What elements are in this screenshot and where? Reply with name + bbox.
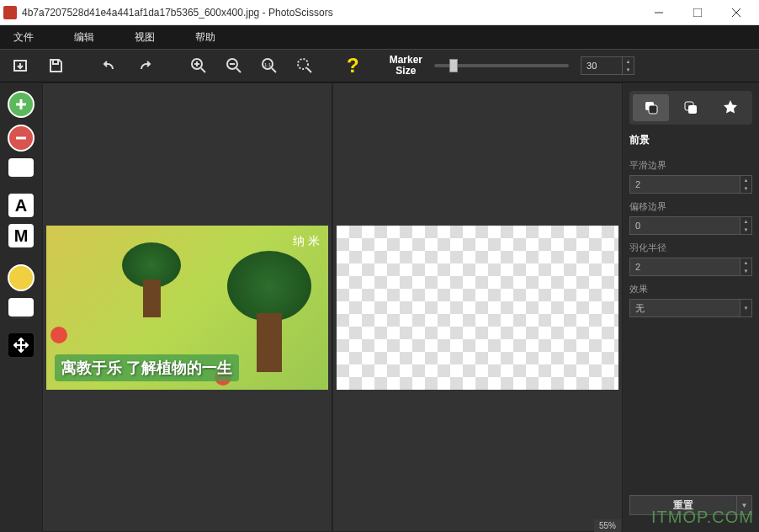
manual-tool[interactable]: M (8, 224, 34, 247)
menubar: 文件 编辑 视图 帮助 (0, 25, 759, 49)
zoom-in-button[interactable] (187, 54, 210, 77)
marker-color-tool[interactable] (8, 264, 34, 291)
eraser-tool-2[interactable] (8, 298, 34, 317)
zoom-fit-button[interactable] (293, 54, 316, 77)
smooth-input[interactable]: 2 (629, 175, 740, 194)
section-title: 前景 (629, 133, 752, 147)
image-brand: 纳 米 (293, 234, 320, 249)
redo-button[interactable] (133, 54, 157, 77)
background-marker-tool[interactable] (8, 125, 34, 152)
svg-rect-24 (688, 105, 697, 114)
svg-rect-22 (649, 105, 657, 114)
smooth-label: 平滑边界 (629, 159, 752, 172)
auto-tool[interactable]: A (8, 194, 34, 217)
feather-spinner[interactable]: ▲▼ (740, 258, 752, 276)
marker-size-spinner[interactable]: ▲▼ (623, 56, 634, 75)
menu-edit[interactable]: 编辑 (74, 30, 94, 45)
undo-button[interactable] (98, 54, 121, 77)
source-image: 纳 米 寓教于乐 了解植物的一生 (46, 226, 328, 390)
offset-spinner[interactable]: ▲▼ (740, 216, 752, 235)
svg-line-9 (236, 68, 241, 72)
menu-help[interactable]: 帮助 (195, 30, 215, 45)
marker-size-slider[interactable] (434, 64, 569, 67)
result-image (337, 226, 618, 390)
image-caption: 寓教于乐 了解植物的一生 (55, 354, 239, 381)
help-icon[interactable]: ? (347, 54, 359, 77)
toolbar: 1:1 ? Marker Size 30 ▲▼ (0, 49, 759, 82)
move-tool[interactable] (8, 333, 34, 357)
tab-effects[interactable] (713, 94, 749, 121)
menu-view[interactable]: 视图 (135, 30, 155, 45)
window-title: 4b7a7207528d41e4a441af1da17b5365_600x400… (22, 7, 640, 19)
svg-line-15 (307, 68, 311, 72)
properties-panel: 前景 平滑边界 2 ▲▼ 偏移边界 0 ▲▼ 羽化半径 2 ▲▼ 效果 无 ▼ … (623, 82, 759, 532)
effect-dropdown[interactable]: ▼ (740, 299, 752, 317)
close-button[interactable] (717, 1, 756, 24)
eraser-tool[interactable] (8, 158, 34, 177)
source-panel[interactable]: 纳 米 寓教于乐 了解植物的一生 (42, 82, 332, 532)
app-icon (3, 6, 17, 19)
foreground-marker-tool[interactable] (8, 91, 34, 118)
svg-point-14 (298, 59, 308, 69)
marker-size-label: Marker Size (390, 55, 422, 77)
feather-input[interactable]: 2 (629, 258, 740, 276)
tab-foreground[interactable] (633, 94, 669, 121)
marker-size-value[interactable]: 30 (581, 56, 623, 75)
effect-select[interactable]: 无 (629, 299, 740, 317)
feather-label: 羽化半径 (629, 242, 752, 254)
tab-background[interactable] (672, 94, 709, 121)
maximize-button[interactable] (678, 1, 717, 24)
left-toolbar: A M (0, 82, 42, 532)
menu-file[interactable]: 文件 (13, 30, 34, 45)
effect-label: 效果 (629, 283, 752, 295)
offset-label: 偏移边界 (629, 200, 752, 213)
svg-text:1:1: 1:1 (264, 62, 272, 67)
svg-line-12 (272, 68, 276, 72)
svg-rect-1 (693, 8, 702, 17)
result-panel[interactable] (332, 82, 623, 532)
minimize-button[interactable] (640, 1, 678, 24)
offset-input[interactable]: 0 (629, 216, 740, 235)
svg-line-5 (201, 68, 205, 72)
smooth-spinner[interactable]: ▲▼ (740, 175, 752, 194)
watermark: ITMOP.COM (651, 508, 754, 527)
zoom-actual-button[interactable]: 1:1 (257, 54, 281, 77)
save-button[interactable] (44, 54, 67, 77)
titlebar: 4b7a7207528d41e4a441af1da17b5365_600x400… (0, 0, 759, 25)
zoom-status: 55% (594, 519, 621, 532)
zoom-out-button[interactable] (222, 54, 246, 77)
open-button[interactable] (8, 54, 32, 77)
